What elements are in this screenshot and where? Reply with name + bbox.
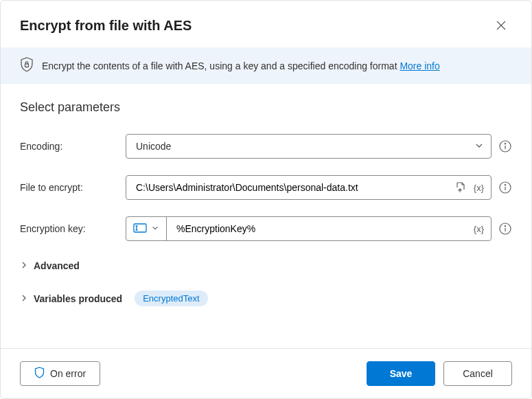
chevron-down-icon — [474, 141, 484, 152]
svg-rect-7 — [134, 224, 146, 232]
insert-variable-button[interactable]: {x} — [467, 224, 491, 234]
save-button[interactable]: Save — [367, 361, 435, 386]
close-icon — [496, 21, 506, 30]
encoding-value: Unicode — [136, 141, 171, 152]
shield-lock-icon — [20, 57, 34, 74]
dialog-footer: On error Save Cancel — [1, 348, 531, 398]
encoding-label: Encoding: — [20, 141, 117, 152]
banner-text: Encrypt the contents of a file with AES,… — [42, 60, 440, 71]
variable-chip[interactable]: EncryptedText — [135, 290, 207, 306]
encoding-select[interactable]: Unicode — [126, 134, 491, 159]
encoding-info-button[interactable] — [498, 139, 512, 153]
file-path-input[interactable] — [136, 182, 453, 193]
shield-outline-icon — [34, 367, 45, 380]
dialog-content: Select parameters Encoding: Unicode File… — [1, 84, 531, 348]
on-error-label: On error — [50, 368, 86, 379]
svg-point-3 — [505, 144, 505, 144]
browse-file-button[interactable] — [453, 180, 468, 195]
text-input-icon — [133, 223, 147, 235]
info-icon — [499, 140, 511, 152]
dialog-header: Encrypt from file with AES — [1, 1, 531, 47]
file-input-wrapper: {x} — [126, 175, 491, 200]
variables-label: Variables produced — [34, 293, 122, 304]
chevron-right-icon — [20, 260, 28, 271]
file-row: File to encrypt: {x} — [20, 175, 512, 200]
close-button[interactable] — [490, 14, 512, 36]
svg-rect-0 — [25, 64, 29, 67]
dialog-title: Encrypt from file with AES — [20, 18, 192, 34]
info-icon — [499, 181, 511, 194]
section-title: Select parameters — [20, 100, 512, 115]
chevron-right-icon — [20, 293, 28, 304]
cancel-button[interactable]: Cancel — [443, 361, 512, 386]
variable-icon: {x} — [474, 183, 484, 193]
variables-expander[interactable]: Variables produced EncryptedText — [20, 288, 512, 309]
key-info-button[interactable] — [498, 222, 512, 236]
cancel-label: Cancel — [463, 368, 493, 379]
svg-point-6 — [505, 185, 505, 185]
on-error-button[interactable]: On error — [20, 361, 100, 386]
key-type-selector[interactable] — [126, 217, 167, 240]
key-label: Encryption key: — [20, 223, 117, 234]
chevron-down-icon — [151, 223, 159, 234]
more-info-link[interactable]: More info — [400, 60, 439, 71]
file-label: File to encrypt: — [20, 182, 117, 193]
encoding-row: Encoding: Unicode — [20, 134, 512, 159]
svg-point-13 — [505, 226, 505, 227]
file-select-icon — [454, 181, 467, 194]
key-row: Encryption key: — [20, 216, 512, 241]
encryption-key-input[interactable] — [167, 223, 467, 234]
key-input-wrapper: {x} — [126, 216, 491, 241]
insert-variable-button[interactable]: {x} — [472, 181, 485, 194]
banner-description: Encrypt the contents of a file with AES,… — [42, 60, 400, 71]
save-label: Save — [390, 368, 413, 379]
variable-icon: {x} — [474, 224, 484, 234]
info-icon — [499, 223, 511, 235]
file-info-button[interactable] — [498, 181, 512, 194]
advanced-label: Advanced — [34, 260, 80, 271]
advanced-expander[interactable]: Advanced — [20, 258, 512, 274]
info-banner: Encrypt the contents of a file with AES,… — [1, 47, 531, 84]
